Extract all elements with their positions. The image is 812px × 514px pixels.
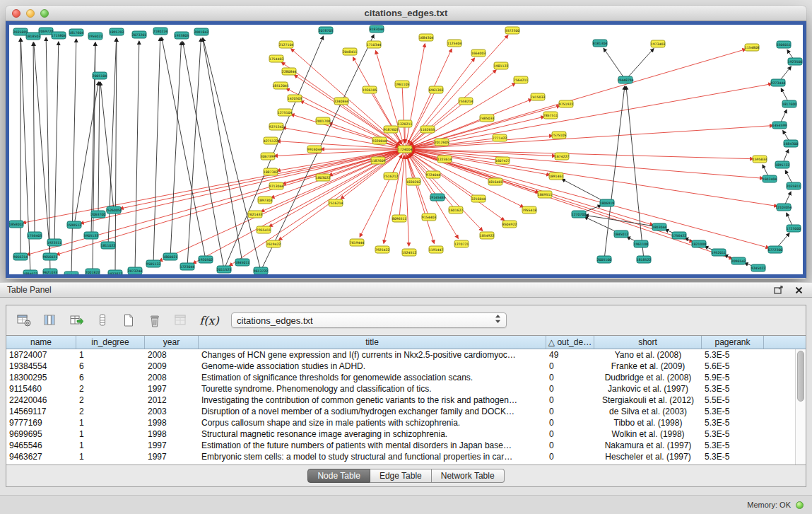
table-row[interactable]: 1872400712008Changes of HCN gene express…: [6, 349, 806, 361]
graph-node[interactable]: 1811022: [101, 242, 116, 249]
graph-node[interactable]: 1684304: [419, 34, 434, 41]
graph-node[interactable]: 9505133: [146, 260, 161, 267]
graph-node[interactable]: 9320044: [372, 137, 387, 144]
table-cell[interactable]: 9465546: [6, 440, 76, 451]
graph-node[interactable]: 25260050: [105, 206, 122, 214]
graph-node[interactable]: 3067399: [261, 153, 276, 160]
select-columns-button[interactable]: [41, 312, 59, 329]
column-header-1[interactable]: in_degree: [76, 336, 145, 349]
zoom-window-button[interactable]: [40, 9, 49, 18]
table-cell[interactable]: 18300295: [6, 372, 76, 383]
graph-node[interactable]: 7516214: [329, 199, 343, 206]
graph-node[interactable]: 1756403: [28, 232, 42, 239]
table-cell[interactable]: 2012: [145, 395, 199, 406]
table-row[interactable]: 969969511998Structural magnetic resonanc…: [6, 428, 806, 440]
table-row[interactable]: 977716911998Corpus callosum shape and si…: [6, 417, 806, 428]
graph-node[interactable]: 1223614: [437, 156, 452, 163]
table-cell[interactable]: 9777169: [6, 417, 76, 428]
table-cell[interactable]: Embryonic stem cells: a model to study s…: [199, 451, 546, 462]
table-cell[interactable]: 0: [546, 451, 594, 462]
graph-node[interactable]: 1858002: [9, 221, 23, 228]
table-cell[interactable]: 9699695: [6, 428, 76, 440]
graph-node[interactable]: 1664003: [471, 49, 486, 57]
graph-node[interactable]: 1887302: [264, 168, 278, 175]
table-cell[interactable]: 2009: [145, 361, 199, 372]
graph-node[interactable]: 1845011: [235, 259, 250, 266]
graph-node[interactable]: 1821000: [692, 240, 707, 247]
graph-node[interactable]: 1674227: [555, 153, 570, 160]
graph-node[interactable]: 9187603: [384, 126, 399, 133]
table-cell[interactable]: 1: [76, 451, 145, 462]
graph-node[interactable]: 1270721: [454, 240, 469, 247]
table-cell[interactable]: Wolkin et al. (1998): [594, 428, 702, 440]
table-cell[interactable]: Dudbridge et al. (2008): [594, 372, 702, 383]
delete-button[interactable]: [146, 312, 164, 329]
graph-node[interactable]: 7955418: [522, 206, 537, 214]
graph-node[interactable]: 1684300: [784, 140, 799, 147]
table-cell[interactable]: 0: [546, 361, 594, 372]
table-cell[interactable]: 1997: [145, 440, 199, 451]
graph-node[interactable]: 1895722: [775, 161, 790, 168]
graph-node[interactable]: 1724004: [398, 146, 413, 153]
graph-node[interactable]: 7575105: [552, 132, 567, 139]
graph-node[interactable]: 1923500: [788, 58, 803, 65]
table-row[interactable]: 2242004622012Investigating the contribut…: [6, 395, 806, 406]
table-cell[interactable]: 5.3E-5: [702, 440, 764, 451]
new-document-button[interactable]: [119, 312, 138, 329]
table-cell[interactable]: 2: [76, 406, 145, 417]
graph-node[interactable]: 1162655: [420, 126, 435, 133]
table-cell[interactable]: 5.3E-5: [702, 451, 764, 462]
table-cell[interactable]: 1: [76, 417, 145, 428]
graph-node[interactable]: 1806919: [600, 199, 615, 206]
scrollbar-thumb[interactable]: [797, 351, 804, 402]
graph-node[interactable]: 1845012: [614, 230, 629, 238]
table-cell[interactable]: Disruption of a novel member of a sodium…: [199, 406, 546, 417]
table-cell[interactable]: 6: [76, 361, 145, 372]
vertical-scrollbar[interactable]: [795, 349, 806, 465]
graph-node[interactable]: 1715804: [52, 32, 66, 39]
graph-node[interactable]: 6961303: [429, 86, 444, 93]
graph-node[interactable]: 1923511: [47, 239, 62, 246]
graph-node[interactable]: 1125404: [447, 40, 462, 47]
graph-node[interactable]: 1454599: [772, 122, 787, 129]
table-row[interactable]: 946362711997Embryonic stem cells: a mode…: [6, 451, 806, 462]
table-cell[interactable]: 14569117: [6, 406, 76, 417]
graph-node[interactable]: 1817600: [782, 100, 797, 107]
graph-node[interactable]: 2073201: [132, 31, 147, 38]
column-header-0[interactable]: name: [6, 336, 76, 349]
table-cell[interactable]: Franke et al. (2009): [594, 361, 702, 372]
table-cell[interactable]: 1: [76, 440, 145, 451]
table-cell[interactable]: 5.5E-5: [702, 395, 764, 406]
column-header-5[interactable]: short: [594, 336, 702, 349]
graph-node[interactable]: 1754403: [269, 55, 284, 62]
graph-node[interactable]: 1756422: [672, 232, 687, 239]
table-cell[interactable]: 5.3E-5: [702, 406, 764, 417]
graph-node[interactable]: 1830202: [406, 178, 421, 185]
graph-node[interactable]: 2180224: [153, 28, 168, 35]
graph-node[interactable]: 7955411: [257, 226, 271, 233]
graph-node[interactable]: 7925422: [375, 246, 390, 253]
import-table-button[interactable]: [67, 312, 86, 329]
graph-node[interactable]: 2012605: [435, 139, 449, 146]
graph-node[interactable]: 4275122: [264, 137, 278, 144]
graph-node[interactable]: 1860021: [163, 253, 178, 260]
graph-node[interactable]: 9713044: [269, 182, 284, 189]
graph-node[interactable]: 9751922: [559, 100, 574, 107]
graph-node[interactable]: 7516212: [384, 173, 399, 180]
graph-node[interactable]: 1854922: [480, 232, 495, 239]
table-row[interactable]: 946554611997Estimation of the future num…: [6, 440, 806, 451]
column-header-4[interactable]: △ out_de…: [546, 336, 594, 349]
graph-node[interactable]: 1884022: [23, 270, 38, 274]
graph-node[interactable]: 7558214: [459, 98, 473, 105]
graph-node[interactable]: 5905133: [84, 232, 99, 239]
graph-node[interactable]: 8181304: [593, 40, 608, 47]
table-cell[interactable]: 1997: [145, 383, 199, 395]
graph-node[interactable]: 1956022: [88, 33, 103, 40]
table-cell[interactable]: 6: [76, 372, 145, 383]
float-panel-icon[interactable]: [772, 285, 785, 296]
table-cell[interactable]: Hescheler et al. (1997): [594, 451, 702, 462]
graph-node[interactable]: 18512045: [272, 82, 288, 89]
tab-network-table[interactable]: Network Table: [432, 469, 505, 483]
table-cell[interactable]: 5.6E-5: [702, 361, 764, 372]
graph-node[interactable]: 1869511: [538, 191, 553, 198]
